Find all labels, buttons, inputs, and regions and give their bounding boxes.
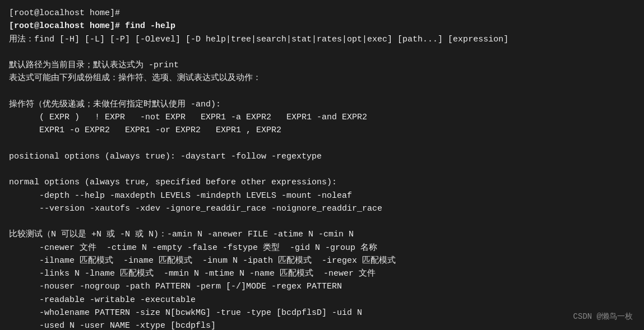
terminal-line-3: 用法：find [-H] [-L] [-P] [-Olevel] [-D hel… (9, 33, 635, 46)
blank-line-1 (9, 46, 635, 59)
terminal-line-10: normal options (always true, specified b… (9, 176, 635, 189)
terminal-line-20: -used N -user NAME -xtype [bcdpfls] (9, 319, 635, 330)
terminal-window: [root@localhost home]# [root@localhost h… (0, 0, 644, 330)
terminal-line-9: positional options (always true): -dayst… (9, 150, 635, 163)
terminal-line-8: EXPR1 -o EXPR2 EXPR1 -or EXPR2 EXPR1 , E… (9, 124, 635, 137)
blank-line-3 (9, 137, 635, 150)
watermark-text: CSDN @懒鸟一枚 (573, 311, 633, 323)
terminal-line-16: -links N -lname 匹配模式 -mmin N -mtime N -n… (9, 267, 635, 280)
terminal-line-17: -nouser -nogroup -path PATTERN -perm [-/… (9, 280, 635, 293)
blank-line-2 (9, 85, 635, 98)
terminal-line-18: -readable -writable -executable (9, 294, 635, 306)
terminal-line-12: --version -xautofs -xdev -ignore_readdir… (9, 202, 635, 215)
terminal-line-19: -wholename PATTERN -size N[bcwkMG] -true… (9, 306, 635, 319)
terminal-line-15: -ilname 匹配模式 -iname 匹配模式 -inum N -ipath … (9, 254, 635, 267)
terminal-line-13: 比较测试（N 可以是 +N 或 -N 或 N)：-amin N -anewer … (9, 228, 635, 241)
terminal-line-2: [root@localhost home]# find -help (9, 20, 635, 32)
terminal-line-4: 默认路径为当前目录；默认表达式为 -print (9, 59, 635, 72)
terminal-line-5: 表达式可能由下列成份组成：操作符、选项、测试表达式以及动作： (9, 72, 635, 85)
terminal-line-7: ( EXPR ) ! EXPR -not EXPR EXPR1 -a EXPR2… (9, 111, 635, 124)
blank-line-5 (9, 215, 635, 228)
terminal-line-1: [root@localhost home]# (9, 7, 635, 20)
terminal-line-14: -cnewer 文件 -ctime N -empty -false -fstyp… (9, 241, 635, 254)
blank-line-4 (9, 163, 635, 176)
terminal-line-11: -depth --help -maxdepth LEVELS -mindepth… (9, 189, 635, 202)
terminal-line-6: 操作符（优先级递减；未做任何指定时默认使用 -and): (9, 98, 635, 111)
